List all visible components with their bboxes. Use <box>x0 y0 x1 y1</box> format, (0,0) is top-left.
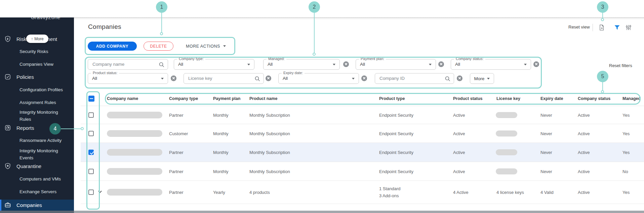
clear-company-status-filter-icon[interactable] <box>533 61 539 67</box>
expiry-date-filter-select[interactable]: Expiry date: All <box>278 73 359 84</box>
column-header-expiry-date[interactable]: Expiry date <box>540 93 563 105</box>
toolbar-divider <box>593 24 593 31</box>
redacted-company-name-bar <box>107 149 162 156</box>
clear-company-id-filter-icon[interactable] <box>457 75 462 81</box>
sidebar: GravityZone Risk Management Security Ris… <box>0 17 74 211</box>
expand-chevron-icon[interactable] <box>97 189 103 195</box>
column-header-product-status[interactable]: Product status <box>453 93 483 105</box>
license-key-filter-input[interactable]: License key <box>184 73 264 84</box>
table-row[interactable]: Partner Monthly Monthly Subscription End… <box>81 106 644 124</box>
chevron-down-icon <box>223 45 226 47</box>
column-header-payment-plan[interactable]: Payment plan <box>213 93 240 105</box>
clear-payment-plan-filter-icon[interactable] <box>438 61 444 67</box>
window-bottom-edge-sidebar <box>0 211 74 213</box>
sidebar-item-companies[interactable]: Companies <box>0 200 74 211</box>
callout-circle-1: 1 <box>156 1 167 13</box>
row-checkbox[interactable] <box>88 190 94 195</box>
company-name-filter-input[interactable]: Company name <box>88 59 168 70</box>
gravityzone-companies-screen: GravityZone Risk Management Security Ris… <box>0 0 644 213</box>
column-header-company-type[interactable]: Company type <box>169 93 198 105</box>
column-header-company-status[interactable]: Company status <box>578 93 610 105</box>
sidebar-item-security-risks[interactable]: Security Risks <box>0 48 74 55</box>
clear-product-status-filter-icon[interactable] <box>171 75 176 81</box>
more-filters-button[interactable]: More <box>470 73 494 84</box>
product-type-multiline: 1 Standard 3 Add-ons <box>379 185 401 199</box>
sidebar-item-companies-view[interactable]: Companies View <box>0 61 74 68</box>
chevron-down-icon <box>352 78 355 79</box>
table-row-expandable[interactable]: Partner Yearly 4 products 1 Standard 3 A… <box>81 181 644 204</box>
chevron-down-icon <box>487 78 490 79</box>
redacted-license-key-bar <box>496 168 517 174</box>
callout-circle-3: 3 <box>597 1 608 13</box>
reports-icon <box>4 124 11 131</box>
table-row[interactable]: Customer Monthly Monthly Subscription En… <box>81 124 644 143</box>
brand-gravityzone: GravityZone <box>31 17 61 20</box>
redacted-license-key-bar <box>496 130 517 137</box>
column-header-product-type[interactable]: Product type <box>379 93 405 105</box>
sidebar-item-quarantine[interactable]: Quarantine <box>0 163 74 170</box>
clear-managed-filter-icon[interactable] <box>343 61 349 67</box>
more-tooltip: ↑ More <box>26 35 48 43</box>
managed-filter-select[interactable]: Managed: All <box>263 59 340 70</box>
export-report-icon[interactable] <box>598 24 605 31</box>
search-icon <box>445 76 451 83</box>
sidebar-item-configuration-profiles[interactable]: Configuration Profiles <box>0 86 74 93</box>
filters-icon[interactable] <box>614 24 620 31</box>
sidebar-item-assignment-rules[interactable]: Assignment Rules <box>0 99 74 106</box>
company-type-filter-select[interactable]: Company type: All <box>174 59 254 70</box>
reset-filters-button[interactable]: Reset filters <box>609 63 632 68</box>
sidebar-item-policies[interactable]: Policies <box>0 73 74 81</box>
clear-license-key-filter-icon[interactable] <box>266 75 271 81</box>
redacted-company-name-bar <box>107 112 162 118</box>
redacted-company-name-bar <box>107 168 162 175</box>
policies-icon <box>4 73 11 80</box>
redacted-company-name-bar <box>107 130 162 137</box>
table-row[interactable]: Partner Monthly Monthly Subscription End… <box>81 162 644 181</box>
clear-expiry-date-filter-icon[interactable] <box>361 75 367 81</box>
sidebar-item-ransomware-activity[interactable]: Ransomware Activity <box>0 137 74 144</box>
quarantine-icon <box>4 163 11 169</box>
search-icon <box>254 76 260 83</box>
companies-icon <box>4 202 11 208</box>
more-actions-button[interactable]: MORE ACTIONS <box>186 42 226 51</box>
chevron-down-icon <box>429 64 432 65</box>
selected-accent-bar <box>0 200 1 211</box>
columns-settings-icon[interactable] <box>625 24 632 31</box>
row-checkbox[interactable] <box>88 131 94 136</box>
product-status-filter-select[interactable]: Product status: All <box>88 73 168 84</box>
search-icon <box>159 62 165 69</box>
sidebar-item-integrity-monitoring-rules[interactable]: Integrity Monitoring Rules <box>0 109 74 123</box>
chevron-down-icon <box>524 64 527 65</box>
page-title: Companies <box>88 23 121 31</box>
sidebar-item-reports[interactable]: Reports <box>0 124 74 132</box>
select-all-checkbox[interactable] <box>88 96 94 102</box>
sidebar-item-integrity-monitoring-events[interactable]: Integrity Monitoring Events <box>0 147 74 161</box>
row-checkbox[interactable] <box>88 112 94 118</box>
company-id-filter-input[interactable]: Company ID <box>375 73 454 84</box>
table-header: Company name Company type Payment plan P… <box>81 93 644 105</box>
redacted-license-key-bar <box>496 112 517 118</box>
chevron-down-icon <box>247 64 250 65</box>
column-header-managed[interactable]: Managed <box>622 93 641 105</box>
payment-plan-filter-select[interactable]: Payment plan: All <box>356 59 436 70</box>
sidebar-item-exchange-servers[interactable]: Exchange Servers <box>0 188 74 195</box>
company-status-filter-select[interactable]: Company status: All <box>451 59 531 70</box>
row-checkbox[interactable] <box>88 169 94 174</box>
column-header-product-name[interactable]: Product name <box>249 93 277 105</box>
delete-button[interactable]: DELETE <box>144 42 173 51</box>
risk-management-icon <box>4 36 11 42</box>
sidebar-item-computers-and-vms[interactable]: Computers and VMs <box>0 175 74 182</box>
more-tooltip-label: More <box>34 37 43 41</box>
table-row-selected[interactable]: Partner Monthly Monthly Subscription End… <box>81 143 644 162</box>
row-checkbox-checked[interactable] <box>88 150 94 155</box>
column-header-license-key[interactable]: License key <box>496 93 520 105</box>
chevron-down-icon <box>333 64 335 65</box>
redacted-company-name-bar <box>107 189 162 196</box>
chevron-down-icon <box>161 78 164 79</box>
reset-view-button[interactable]: Reset view <box>568 24 590 30</box>
window-bottom-edge <box>0 211 644 213</box>
add-company-button[interactable]: ADD COMPANY <box>88 42 137 51</box>
arrow-up-icon: ↑ <box>31 37 33 41</box>
view-toolbar: Reset view <box>563 21 635 34</box>
column-header-company-name[interactable]: Company name <box>107 93 138 105</box>
